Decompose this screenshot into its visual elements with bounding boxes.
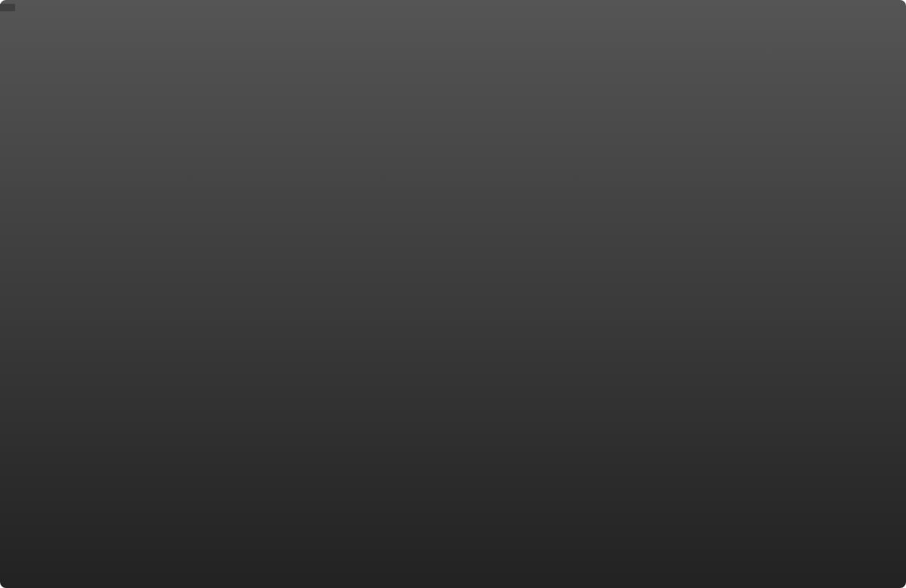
main-content: Random Hot Top Day Likes	[166, 0, 906, 588]
gallery-image-bottom[interactable]	[178, 548, 419, 588]
gallery	[166, 87, 906, 588]
gallery-grid	[178, 96, 894, 588]
